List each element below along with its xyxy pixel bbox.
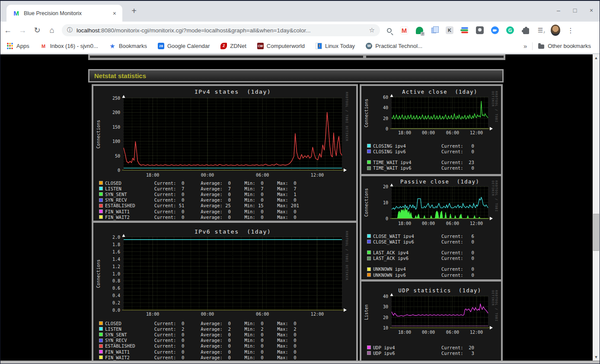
legend-row: UNKNOWN ipv4 Current: 0 <box>367 266 500 272</box>
bookmark-inbox[interactable]: M Inbox (16) - sjvn0... <box>40 43 98 50</box>
bookmark-label: Linux Today <box>325 43 355 49</box>
copy-pages-extension-icon[interactable] <box>430 25 439 35</box>
chart-passive-close[interactable]: Passive close (1day) Connections RRDTOOL… <box>361 176 501 279</box>
new-tab-button[interactable]: + <box>128 6 140 16</box>
legend-text: LISTEN Current: 2 Average: 2 Min: 2 Max:… <box>105 326 297 332</box>
chart-title: IPv6 states (1day) <box>124 228 342 235</box>
legend-text: LAST_ACK ipv4 Current: 0 <box>373 250 474 255</box>
bookmark-google-calendar[interactable]: 28 Google Calendar <box>158 43 210 49</box>
legend-row: TIME_WAIT ipv6 Current: 0 <box>367 165 500 171</box>
plot-area[interactable] <box>124 237 342 310</box>
site-info-icon[interactable]: ⓘ <box>67 26 73 34</box>
legend-text: ESTABLISHED Current: 0 Average: 0 Min: 0… <box>105 343 297 348</box>
bookmark-label: Apps <box>16 43 29 49</box>
bookmarks-overflow-icon[interactable]: » <box>523 42 527 50</box>
legend-swatch <box>367 144 371 148</box>
address-bar[interactable]: ⓘ localhost:8080/monitorix-cgi/monitorix… <box>62 24 380 36</box>
grammarly-extension-icon[interactable]: G <box>505 25 515 35</box>
bookmark-practical-technology[interactable]: W Practical Technol... <box>366 43 422 49</box>
scrollbar-thumb[interactable] <box>593 214 599 251</box>
bookmark-linux-today[interactable]: lt Linux Today <box>316 43 355 49</box>
scrollbar-up-arrow[interactable]: ▲ <box>593 54 600 61</box>
tab-strip: M Blue Precision Monitorix × + – □ × <box>0 1 600 22</box>
window-minimize-button[interactable]: – <box>555 7 562 14</box>
legend-row: SYN_SENT Current: 0 Average: 0 Min: 0 Ma… <box>99 191 355 197</box>
profile-avatar[interactable] <box>551 25 560 35</box>
chart-ipv6-states[interactable]: IPv6 states (1day) Connections RRDTOOL /… <box>93 223 356 361</box>
legend-text: UDP ipv4 Current: 20 <box>373 345 474 350</box>
chart-udp-statistics[interactable]: UDP statistics (1day) Listen RRDTOOL / T… <box>361 282 501 361</box>
bookmark-bookmarks[interactable]: ★ Bookmarks <box>109 43 147 50</box>
url-text[interactable]: localhost:8080/monitorix-cgi/monitorix.c… <box>77 27 369 34</box>
books-extension-icon[interactable] <box>460 25 469 35</box>
legend-swatch <box>367 345 371 349</box>
y-axis-label: Connections <box>96 98 101 170</box>
chart-legend: CLOSING ipv4 Current: 0CLOSING ipv6 Curr… <box>367 143 500 171</box>
chart-title: IPv4 states (1day) <box>124 89 342 95</box>
gmail-extension-icon[interactable]: M <box>399 25 409 35</box>
legend-row: SYN_SENT Current: 0 Average: 0 Min: 0 Ma… <box>99 332 355 337</box>
bookmark-label: ZDNet <box>230 43 246 49</box>
computerworld-icon: CW <box>257 43 264 49</box>
legend-swatch <box>367 160 371 164</box>
legend-swatch <box>99 198 103 202</box>
chart-active-close[interactable]: Active close (1day) Connections RRDTOOL … <box>361 86 501 174</box>
vertical-scrollbar[interactable]: ▲ ▼ <box>593 54 600 361</box>
window-maximize-button[interactable]: □ <box>572 7 578 14</box>
other-bookmarks[interactable]: Other bookmarks <box>538 43 591 50</box>
plot-area[interactable] <box>392 187 488 218</box>
legend-row: UDP ipv4 Current: 20 <box>367 345 500 350</box>
legend-row: FIN_WAIT2 Current: 0 Average: 0 Min: 0 M… <box>99 355 355 360</box>
legend-text: FIN_WAIT2 Current: 0 Average: 0 Min: 0 M… <box>105 215 297 220</box>
chart-legend: UDP ipv4 Current: 20UDP ipv6 Current: 3 <box>367 345 500 356</box>
plot-area[interactable] <box>392 97 488 129</box>
legend-text: LISTEN Current: 7 Average: 7 Min: 7 Max:… <box>105 186 297 191</box>
legend-row: UDP ipv6 Current: 3 <box>367 350 500 356</box>
legend-row: TIME_WAIT ipv4 Current: 23 <box>367 159 500 165</box>
bookmark-apps[interactable]: Apps <box>6 43 29 50</box>
home-button[interactable]: ⌂ <box>45 26 59 35</box>
bookmark-label: Computerworld <box>267 43 305 49</box>
section-title: Netstat statistics <box>94 72 146 79</box>
right-chart-column: Active close (1day) Connections RRDTOOL … <box>360 84 503 361</box>
legend-text: SYN_SENT Current: 0 Average: 0 Min: 0 Ma… <box>105 192 297 197</box>
svg-text:M: M <box>13 9 19 17</box>
gmail-icon: M <box>40 43 47 50</box>
playlist-extension-icon[interactable]: ☰ <box>536 25 545 35</box>
person-extension-icon[interactable] <box>475 25 485 35</box>
tab-close-icon[interactable]: × <box>111 10 118 17</box>
reload-button[interactable]: ↻ <box>30 25 45 35</box>
chat-extension-icon[interactable] <box>415 25 424 35</box>
legend-row: CLOSE_WAIT ipv6 Current: 0 <box>367 239 500 244</box>
k-extension-icon[interactable]: K <box>445 25 454 35</box>
forward-button[interactable]: → <box>15 26 30 35</box>
apps-grid-icon <box>6 43 13 50</box>
legend-swatch <box>99 215 103 219</box>
chart-legend: CLOSED Current: 0 Average: 0 Min: 0 Max:… <box>99 180 355 220</box>
legend-swatch <box>99 332 103 336</box>
browser-menu-icon[interactable]: ⋮ <box>566 25 575 35</box>
chart-title: Active close (1day) <box>392 89 488 95</box>
plot-area[interactable] <box>392 296 488 328</box>
legend-row: ESTABLISHED Current: 0 Average: 0 Min: 0… <box>99 343 355 349</box>
zdnet-icon: Z <box>220 43 227 49</box>
plot-area[interactable] <box>124 98 342 170</box>
chart-ipv4-states[interactable]: IPv4 states (1day) Connections RRDTOOL /… <box>93 86 356 221</box>
linux-today-icon: lt <box>316 43 322 49</box>
legend-row: CLOSING ipv4 Current: 0 <box>367 143 500 149</box>
wordpress-icon: W <box>366 43 372 49</box>
window-close-button[interactable]: × <box>588 7 594 14</box>
puzzle-extensions-icon[interactable] <box>520 25 530 35</box>
bookmark-zdnet[interactable]: Z ZDNet <box>220 43 246 49</box>
back-button[interactable]: ← <box>0 26 15 35</box>
legend-swatch <box>367 149 371 153</box>
video-camera-extension-icon[interactable] <box>490 25 500 35</box>
browser-tab[interactable]: M Blue Precision Monitorix × <box>6 5 122 22</box>
search-extension-icon[interactable] <box>384 25 394 35</box>
star-icon: ★ <box>109 43 116 50</box>
bookmark-star-icon[interactable]: ☆ <box>369 26 375 34</box>
scrollbar-down-arrow[interactable]: ▼ <box>593 354 600 361</box>
legend-swatch <box>99 350 103 354</box>
bookmark-computerworld[interactable]: CW Computerworld <box>257 43 305 49</box>
chart-legend: CLOSED Current: 0 Average: 0 Min: 0 Max:… <box>99 320 355 360</box>
